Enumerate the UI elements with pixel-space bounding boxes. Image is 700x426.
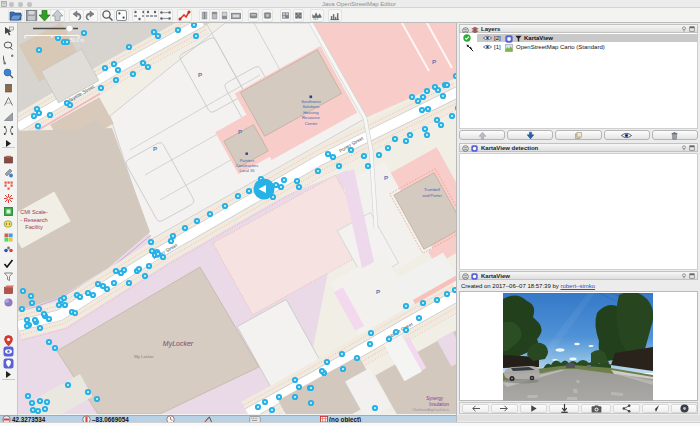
svg-text:P: P xyxy=(153,145,157,152)
svg-text:Synergy: Synergy xyxy=(426,396,444,401)
svg-text:P: P xyxy=(384,174,388,181)
svg-text:MyLocker: MyLocker xyxy=(163,340,194,348)
svg-text:50.0 m: 50.0 m xyxy=(70,38,84,43)
svg-text:P: P xyxy=(432,58,436,65)
svg-text:Local 36: Local 36 xyxy=(239,168,255,173)
svg-text:Housing: Housing xyxy=(303,110,319,115)
svg-text:P: P xyxy=(238,128,242,135)
svg-text:Resource: Resource xyxy=(302,115,321,120)
svg-text:#SouthwestAngel architects: #SouthwestAngel architects xyxy=(412,408,450,412)
svg-text:TcT: TcT xyxy=(313,17,320,21)
svg-text:- Research: - Research xyxy=(20,217,47,223)
svg-text:and Porter: and Porter xyxy=(422,193,442,198)
svg-text:Solutions: Solutions xyxy=(302,104,319,109)
svg-text:Southwest: Southwest xyxy=(301,99,321,104)
svg-text:P: P xyxy=(376,288,380,295)
svg-text:CMI Scale-: CMI Scale- xyxy=(20,209,48,215)
svg-text:Facility: Facility xyxy=(25,224,43,230)
svg-text:My Locker: My Locker xyxy=(134,354,154,359)
svg-text:Insulation: Insulation xyxy=(429,402,449,407)
svg-text:Center: Center xyxy=(305,121,318,126)
svg-text:P: P xyxy=(198,71,202,78)
svg-text:Trumbell: Trumbell xyxy=(424,187,440,192)
